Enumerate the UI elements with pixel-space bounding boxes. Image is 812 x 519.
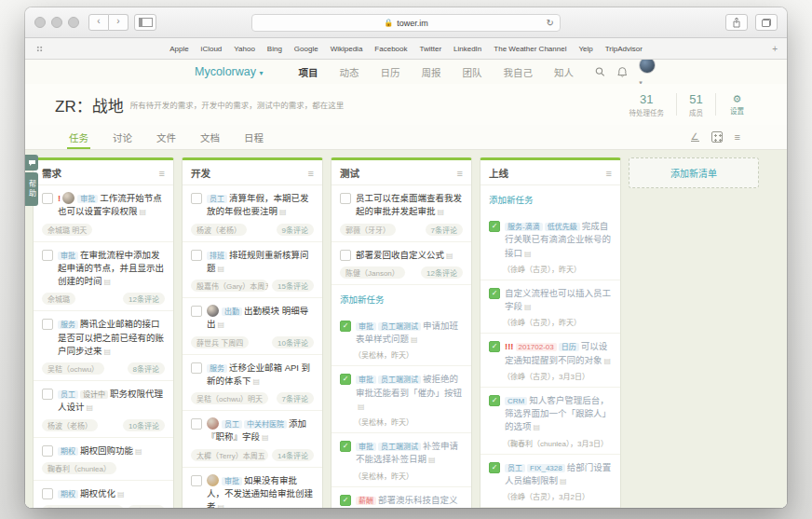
task-checkbox[interactable] <box>42 250 53 261</box>
bookmark-item[interactable]: Apple <box>169 45 188 53</box>
nav-item-4[interactable]: 团队 <box>463 65 482 79</box>
task-tag[interactable]: 员工端测试 <box>378 376 421 384</box>
task-checkbox[interactable]: ✓ <box>489 341 500 352</box>
assignee-pill[interactable]: 陈健（Janson） <box>340 266 405 279</box>
task-tag[interactable]: 员工 <box>58 390 78 399</box>
column-menu-icon[interactable]: ≡ <box>308 168 314 179</box>
stat-members[interactable]: 51 成员 <box>677 92 715 117</box>
task-checkbox[interactable]: ✓ <box>489 395 500 406</box>
task-checkbox[interactable] <box>42 445 53 457</box>
bookmark-item[interactable]: iCloud <box>201 45 223 53</box>
task-card[interactable]: 排班排班规则重新核算问题▤殷嘉伟（Gary）本周五15条评论 <box>183 242 322 299</box>
task-card[interactable]: 部署爱回收自定义公式▤陈健（Janson）12条评论 <box>332 242 471 285</box>
task-card[interactable]: ✓CRM知人客户管理后台，筛选界面加一个「跟踪人」的选项▤（鞠春利（chunle… <box>480 388 620 455</box>
task-card[interactable]: ✓审批员工端测试被拒绝的审批还能看到「催办」按钮▤（吴松林，昨天） <box>332 366 471 433</box>
task-tag[interactable]: 员工 <box>505 464 525 472</box>
search-icon[interactable] <box>595 66 605 77</box>
bookmark-item[interactable]: LinkedIn <box>453 45 481 53</box>
task-card[interactable]: ✓自定义流程也可以插入员工字段▤（徐峥（古灵），昨天） <box>480 280 620 335</box>
reload-icon[interactable]: ↻ <box>547 18 554 28</box>
comment-count[interactable]: 7条评论 <box>277 392 314 404</box>
task-tag[interactable]: 服务 <box>58 321 78 329</box>
add-task-link[interactable]: 添加新任务 <box>332 285 471 313</box>
add-list-button[interactable]: 添加新清单 <box>629 157 759 188</box>
tab-1[interactable]: 讨论 <box>113 125 132 149</box>
task-card[interactable]: 出勤出勤模块 明细导出▤薛世兵 下周四10条评论 <box>183 298 322 355</box>
task-checkbox[interactable]: ✓ <box>489 221 500 232</box>
bookmark-item[interactable]: The Weather Channel <box>494 45 566 53</box>
task-tag[interactable]: 期权 <box>58 447 78 456</box>
task-tag[interactable]: CRM <box>505 397 527 405</box>
tab-2[interactable]: 文件 <box>156 125 176 149</box>
assignee-pill[interactable]: 鞠春利（chunlea） <box>42 462 116 474</box>
comment-count[interactable]: 9条评论 <box>277 224 314 236</box>
task-card[interactable]: 期权期权优化▤鞠春利（chunlea）本周五2条评论 <box>34 481 173 508</box>
task-card[interactable]: !审批工作流开始节点也可以设置字段权限▤佘城璐 明天 <box>34 185 173 242</box>
task-card[interactable]: ✓审批员工端测试申请加班表单样式问题▤（吴松林，昨天） <box>332 313 471 367</box>
task-card[interactable]: ✓!!!201702-03日历可以设定通知提醒到不同的对象▤（徐峥（古灵），3月… <box>480 334 620 388</box>
task-tag[interactable]: 期权 <box>58 490 78 499</box>
bookmark-item[interactable]: Wikipedia <box>331 45 363 53</box>
tab-0[interactable]: 任务 <box>69 125 88 149</box>
nav-item-0[interactable]: 项目 <box>299 65 318 79</box>
task-checkbox[interactable] <box>340 250 351 261</box>
task-card[interactable]: ✓服务-滴滴低优先级完成自行关联已有滴滴企业帐号的接口▤（徐峥（古灵），昨天） <box>480 213 620 280</box>
bookmark-item[interactable]: TripAdvisor <box>605 45 643 53</box>
bookmark-item[interactable]: Google <box>294 45 318 53</box>
assignee-pill[interactable]: 杨波（老杨） <box>42 419 98 431</box>
user-menu[interactable]: ▾ <box>639 60 658 87</box>
bookmark-item[interactable]: Twitter <box>419 45 441 53</box>
assignee-pill[interactable]: 佘城璐 明天 <box>42 224 92 236</box>
comment-count[interactable]: 8条评论 <box>128 362 165 375</box>
task-tag[interactable]: 服务-滴滴 <box>505 223 543 231</box>
bookmark-item[interactable]: Facebook <box>374 45 407 53</box>
task-checkbox[interactable] <box>42 389 53 400</box>
settings-button[interactable]: ⚙ 设置 <box>716 94 744 116</box>
comment-count[interactable]: 2条评论 <box>128 505 165 508</box>
task-card[interactable]: ✓员工FIX_4328给部门设置人员编制限制▤（徐峥（古灵），3月2日） <box>480 455 620 509</box>
task-card[interactable]: 服务腾讯企业邮箱的接口是否可以把之前已经有的账户同步过来▤吴秸（ochwu）8条… <box>34 311 173 381</box>
comment-count[interactable]: 10条评论 <box>123 419 165 431</box>
assignee-pill[interactable]: 佘城璐 <box>42 293 75 305</box>
nav-item-5[interactable]: 我自己 <box>504 65 534 79</box>
task-tag[interactable]: 审批 <box>58 252 78 260</box>
task-tag[interactable]: 员工端测试 <box>378 443 421 451</box>
bookmark-item[interactable]: Bing <box>267 45 282 53</box>
task-checkbox[interactable] <box>191 306 202 317</box>
feedback-chat-button[interactable] <box>25 155 38 171</box>
comment-count[interactable]: 7条评论 <box>426 224 463 236</box>
task-card[interactable]: 服务迁移企业邮箱 API 到新的体系下▤吴秸（ochwu）明天7条评论 <box>183 355 322 412</box>
edit-icon[interactable]: ∠ <box>691 132 699 142</box>
task-tag[interactable]: 薪酬 <box>356 497 376 505</box>
task-tag[interactable]: 员工 <box>222 420 242 429</box>
assignee-pill[interactable]: 鞠春利（chunlea）本周五 <box>42 505 124 508</box>
forward-button[interactable]: › <box>109 14 129 31</box>
assignee-pill[interactable]: 杨波（老杨） <box>191 224 247 236</box>
nav-item-2[interactable]: 日历 <box>381 65 400 79</box>
sidebar-button[interactable] <box>134 14 156 31</box>
task-tag[interactable]: 出勤 <box>222 307 242 316</box>
assignee-pill[interactable]: 太樨（Terry）本周五 <box>191 449 268 461</box>
task-card[interactable]: ✓薪酬部署澳乐科技自定义公式（徐峥（古灵），3月3日） <box>332 487 471 509</box>
task-checkbox[interactable] <box>42 193 53 204</box>
task-tag[interactable]: 低优先级 <box>545 223 580 231</box>
board-view-icon[interactable] <box>711 131 723 143</box>
task-tag[interactable]: 201702-03 <box>516 343 557 351</box>
task-checkbox[interactable] <box>191 193 202 204</box>
assignee-pill[interactable]: 郭薇（牙牙） <box>340 224 396 236</box>
task-tag[interactable]: 审批 <box>356 376 376 384</box>
bookmarks-grid-icon[interactable] <box>36 46 43 52</box>
bookmark-item[interactable]: Yahoo <box>234 45 255 53</box>
task-card[interactable]: 员工可以在桌面端查看我发起的审批并发起审批▤郭薇（牙牙）7条评论 <box>332 185 471 242</box>
task-checkbox[interactable]: ✓ <box>489 288 500 299</box>
task-card[interactable]: 员工中关村医院添加『职称』字段▤太樨（Terry）本周五14条评论 <box>183 411 322 468</box>
stat-pending-tasks[interactable]: 31 待处理任务 <box>617 92 677 117</box>
task-checkbox[interactable]: ✓ <box>489 462 500 473</box>
task-checkbox[interactable] <box>191 250 202 261</box>
task-tag[interactable]: 审批 <box>77 195 98 203</box>
comment-count[interactable]: 12条评论 <box>421 266 463 279</box>
task-card[interactable]: 期权期权回购功能▤鞠春利（chunlea） <box>34 438 173 481</box>
close-window-button[interactable] <box>34 17 46 28</box>
task-tag[interactable]: 员工端测试 <box>378 322 421 331</box>
task-tag[interactable]: 日历 <box>559 343 579 351</box>
